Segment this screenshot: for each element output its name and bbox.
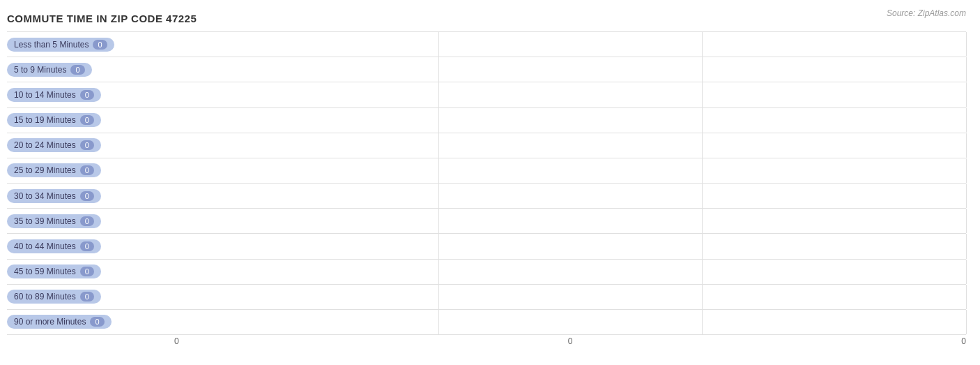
- bar-track: [174, 310, 966, 334]
- label-pill: 25 to 29 Minutes0: [7, 161, 174, 179]
- label-pill: 5 to 9 Minutes0: [7, 61, 174, 79]
- label-pill: 15 to 19 Minutes0: [7, 111, 174, 129]
- bar-label: 60 to 89 Minutes: [14, 292, 76, 301]
- bar-label: 20 to 24 Minutes: [14, 140, 76, 150]
- bar-label: 10 to 14 Minutes: [14, 90, 76, 100]
- bar-label: 30 to 34 Minutes: [14, 191, 76, 201]
- bar-row: 35 to 39 Minutes0: [7, 209, 966, 234]
- bar-row: 15 to 19 Minutes0: [7, 108, 966, 133]
- bar-value-badge: 0: [93, 40, 107, 50]
- bar-label: 15 to 19 Minutes: [14, 115, 76, 125]
- bar-label: 35 to 39 Minutes: [14, 216, 76, 226]
- bar-track: [174, 184, 966, 208]
- label-pill: 10 to 14 Minutes0: [7, 86, 174, 104]
- chart-container: COMMUTE TIME IN ZIP CODE 47225 Source: Z…: [0, 0, 980, 365]
- bar-label: 90 or more Minutes: [14, 317, 86, 327]
- label-pill: 40 to 44 Minutes0: [7, 237, 174, 255]
- bar-label: Less than 5 Minutes: [14, 40, 89, 50]
- chart-title: COMMUTE TIME IN ZIP CODE 47225: [7, 13, 966, 24]
- pill-text: 45 to 59 Minutes0: [7, 265, 101, 278]
- x-tick-1: 0: [568, 336, 573, 346]
- pill-text: 30 to 34 Minutes0: [7, 189, 101, 203]
- bar-value-badge: 0: [80, 140, 94, 150]
- chart-area: Less than 5 Minutes05 to 9 Minutes010 to…: [7, 31, 966, 335]
- x-axis: 0 0 0: [174, 336, 966, 346]
- bar-track: [174, 260, 966, 284]
- source-label: Source: ZipAtlas.com: [887, 8, 966, 18]
- bar-row: 10 to 14 Minutes0: [7, 82, 966, 107]
- bar-value-badge: 0: [80, 216, 94, 226]
- bar-track: [174, 209, 966, 233]
- bar-value-badge: 0: [80, 292, 94, 301]
- pill-text: 20 to 24 Minutes0: [7, 138, 101, 152]
- bar-label: 25 to 29 Minutes: [14, 165, 76, 175]
- bar-track: [174, 234, 966, 258]
- bar-value-badge: 0: [80, 241, 94, 251]
- pill-text: 90 or more Minutes0: [7, 315, 112, 329]
- label-pill: Less than 5 Minutes0: [7, 36, 174, 54]
- pill-text: Less than 5 Minutes0: [7, 38, 114, 52]
- bar-value-badge: 0: [80, 267, 94, 276]
- pill-text: 15 to 19 Minutes0: [7, 113, 101, 127]
- pill-text: 35 to 39 Minutes0: [7, 214, 101, 228]
- bar-row: 45 to 59 Minutes0: [7, 260, 966, 285]
- pill-text: 5 to 9 Minutes0: [7, 63, 92, 77]
- label-pill: 60 to 89 Minutes0: [7, 288, 174, 306]
- bar-row: 90 or more Minutes0: [7, 310, 966, 335]
- pill-text: 10 to 14 Minutes0: [7, 88, 101, 102]
- bar-track: [174, 82, 966, 107]
- bar-value-badge: 0: [80, 90, 94, 100]
- label-pill: 90 or more Minutes0: [7, 313, 174, 331]
- label-pill: 30 to 34 Minutes0: [7, 187, 174, 205]
- label-pill: 45 to 59 Minutes0: [7, 262, 174, 281]
- bar-value-badge: 0: [80, 115, 94, 125]
- bar-track: [174, 158, 966, 183]
- bar-row: Less than 5 Minutes0: [7, 31, 966, 57]
- bar-value-badge: 0: [90, 317, 104, 327]
- bar-label: 40 to 44 Minutes: [14, 241, 76, 251]
- bar-label: 45 to 59 Minutes: [14, 267, 76, 276]
- bar-value-badge: 0: [80, 191, 94, 201]
- bar-row: 30 to 34 Minutes0: [7, 184, 966, 209]
- bar-row: 5 to 9 Minutes0: [7, 57, 966, 82]
- x-tick-0: 0: [174, 336, 179, 346]
- bar-value-badge: 0: [70, 65, 84, 75]
- bar-track: [174, 57, 966, 82]
- bar-track: [174, 32, 966, 57]
- bar-track: [174, 285, 966, 309]
- bar-row: 40 to 44 Minutes0: [7, 234, 966, 259]
- bar-track: [174, 133, 966, 158]
- pill-text: 60 to 89 Minutes0: [7, 290, 101, 304]
- x-tick-2: 0: [961, 336, 966, 346]
- bar-track: [174, 108, 966, 133]
- label-pill: 35 to 39 Minutes0: [7, 212, 174, 230]
- pill-text: 25 to 29 Minutes0: [7, 163, 101, 177]
- label-pill: 20 to 24 Minutes0: [7, 136, 174, 154]
- bar-row: 20 to 24 Minutes0: [7, 133, 966, 158]
- bar-label: 5 to 9 Minutes: [14, 65, 66, 75]
- bar-row: 60 to 89 Minutes0: [7, 285, 966, 310]
- pill-text: 40 to 44 Minutes0: [7, 239, 101, 253]
- bar-row: 25 to 29 Minutes0: [7, 158, 966, 184]
- bar-value-badge: 0: [80, 165, 94, 175]
